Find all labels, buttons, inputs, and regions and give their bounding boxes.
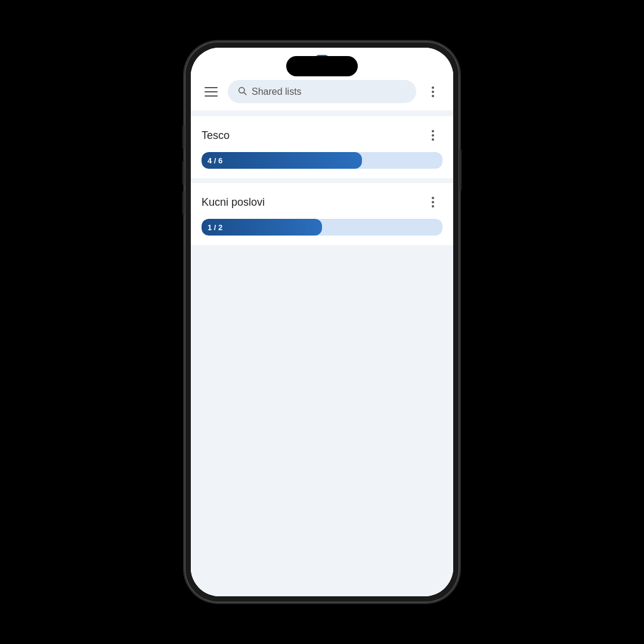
dot xyxy=(432,201,434,203)
progress-bar-tesco: 4 / 6 xyxy=(202,152,442,169)
vertical-dots-icon xyxy=(432,197,434,208)
dot xyxy=(432,130,434,132)
list-title-kucni-poslovi: Kucni poslovi xyxy=(202,196,265,209)
dot xyxy=(432,134,434,137)
progress-fill-tesco: 4 / 6 xyxy=(202,152,362,169)
list-more-button-kucni-poslovi[interactable] xyxy=(423,193,442,212)
phone-frame: Shared lists Tesco xyxy=(185,42,459,602)
phone-screen: Shared lists Tesco xyxy=(191,48,453,596)
header-more-button[interactable] xyxy=(422,81,444,103)
progress-label-kucni-poslovi: 1 / 2 xyxy=(208,223,222,232)
list-card-kucni-poslovi[interactable]: Kucni poslovi 1 / 2 xyxy=(191,183,453,245)
progress-bar-kucni-poslovi: 1 / 2 xyxy=(202,219,442,236)
menu-icon-line xyxy=(205,95,218,97)
dot xyxy=(432,95,434,97)
menu-button[interactable] xyxy=(200,81,222,103)
list-more-button-tesco[interactable] xyxy=(423,126,442,145)
dot xyxy=(432,197,434,199)
lists-area: Tesco 4 / 6 xyxy=(191,110,453,596)
list-card-header: Kucni poslovi xyxy=(202,193,442,212)
dynamic-island xyxy=(286,56,358,76)
search-bar-row: Shared lists xyxy=(200,80,444,103)
vertical-dots-icon xyxy=(432,130,434,141)
dot xyxy=(432,91,434,93)
vertical-dots-icon xyxy=(432,86,434,97)
dot xyxy=(432,86,434,89)
list-card-tesco[interactable]: Tesco 4 / 6 xyxy=(191,116,453,178)
search-icon xyxy=(237,86,247,97)
screen-content: Shared lists Tesco xyxy=(191,48,453,596)
menu-icon-line xyxy=(205,91,218,92)
menu-icon-line xyxy=(205,87,218,88)
svg-line-5 xyxy=(244,92,246,95)
list-title-tesco: Tesco xyxy=(202,129,230,142)
search-label: Shared lists xyxy=(252,86,302,97)
dot xyxy=(432,138,434,141)
dot xyxy=(432,205,434,208)
list-card-header: Tesco xyxy=(202,126,442,145)
search-bar[interactable]: Shared lists xyxy=(228,80,416,103)
progress-label-tesco: 4 / 6 xyxy=(208,156,222,165)
progress-fill-kucni-poslovi: 1 / 2 xyxy=(202,219,322,236)
